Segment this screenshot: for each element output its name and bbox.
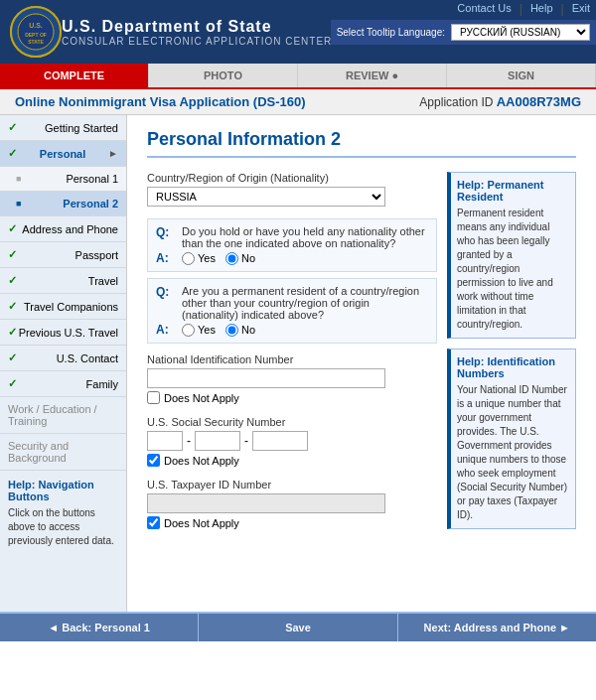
sidebar-item-travel[interactable]: Travel xyxy=(0,268,126,294)
sidebar-help-text: Click on the buttons above to access pre… xyxy=(8,506,118,548)
back-button[interactable]: Back: Personal 1 xyxy=(0,614,199,641)
q2-inner: Q: Are you a permanent resident of a cou… xyxy=(148,279,436,321)
save-button[interactable]: Save xyxy=(199,614,397,641)
sidebar: Getting Started Personal ► Personal 1 Pe… xyxy=(0,115,127,612)
q2-section: Q: Are you a permanent resident of a cou… xyxy=(147,278,437,344)
ssn-row: - - xyxy=(147,431,437,451)
sidebar-item-family[interactable]: Family xyxy=(0,371,126,397)
q2-yes-label[interactable]: Yes xyxy=(182,324,216,337)
next-button[interactable]: Next: Address and Phone xyxy=(398,614,596,641)
ssn-dna-checkbox[interactable] xyxy=(147,454,160,467)
sidebar-item-getting-started[interactable]: Getting Started xyxy=(0,115,126,141)
sidebar-item-personal[interactable]: Personal ► xyxy=(0,141,126,167)
sidebar-item-personal-1[interactable]: Personal 1 xyxy=(0,167,126,192)
sidebar-item-work: Work / Education / Training xyxy=(0,397,126,434)
taxpayer-dna-row: Does Not Apply xyxy=(147,516,437,529)
lang-label: Select Tooltip Language: xyxy=(337,27,445,38)
help-id-title: Help: Identification Numbers xyxy=(457,355,569,379)
q2-answer-row: Yes No xyxy=(182,323,428,337)
q1-yes-radio[interactable] xyxy=(182,252,195,265)
nat-id-dna-row: Does Not Apply xyxy=(147,391,437,404)
q2-no-radio[interactable] xyxy=(225,324,238,337)
nat-id-block: National Identification Number 454545454… xyxy=(147,353,437,404)
q2-label: Q: xyxy=(156,285,178,321)
sidebar-item-us-contact[interactable]: U.S. Contact xyxy=(0,346,126,371)
header: U.S. DEPT OF STATE U.S. Department of St… xyxy=(0,0,596,64)
taxpayer-label: U.S. Taxpayer ID Number xyxy=(147,479,437,490)
sidebar-item-address[interactable]: Address and Phone xyxy=(0,216,126,242)
q1-answer-row: Yes No xyxy=(182,251,428,265)
svg-text:DEPT OF: DEPT OF xyxy=(25,32,47,38)
app-id-value: AA008R73MG xyxy=(497,94,581,109)
help-id-numbers: Help: Identification Numbers Your Nation… xyxy=(447,349,576,529)
content-area: Country/Region of Origin (Nationality) R… xyxy=(147,172,576,541)
contact-us-link[interactable]: Contact Us xyxy=(457,2,511,16)
sidebar-item-travel-companions[interactable]: Travel Companions xyxy=(0,294,126,320)
taxpayer-input[interactable] xyxy=(147,493,385,513)
bottom-nav: Back: Personal 1 Save Next: Address and … xyxy=(0,612,596,641)
help-perm-text: Permanent resident means any individual … xyxy=(457,207,569,332)
tab-photo[interactable]: PHOTO xyxy=(149,64,298,87)
q1-no-radio[interactable] xyxy=(225,252,238,265)
taxpayer-dna-checkbox[interactable] xyxy=(147,516,160,529)
form-main: Country/Region of Origin (Nationality) R… xyxy=(147,172,437,541)
a2-label: A: xyxy=(156,323,178,337)
tab-review[interactable]: REVIEW ● xyxy=(298,64,447,87)
nav-tabs: COMPLETE PHOTO REVIEW ● SIGN xyxy=(0,64,596,89)
q2-no-label[interactable]: No xyxy=(225,324,255,337)
dept-seal: U.S. DEPT OF STATE xyxy=(10,6,62,58)
language-bar: Select Tooltip Language: РУССКИЙ (RUSSIA… xyxy=(331,20,596,45)
nat-id-dna-checkbox[interactable] xyxy=(147,391,160,404)
q1-section: Q: Do you hold or have you held any nati… xyxy=(147,218,437,272)
sidebar-item-passport[interactable]: Passport xyxy=(0,242,126,268)
sidebar-item-prev-us-travel[interactable]: Previous U.S. Travel xyxy=(0,320,126,346)
svg-text:U.S.: U.S. xyxy=(29,22,43,29)
nat-id-input[interactable]: 454545454545 xyxy=(147,368,385,388)
q1-inner: Q: Do you hold or have you held any nati… xyxy=(148,219,436,249)
a1-label: A: xyxy=(156,251,178,265)
app-bar: Online Nonimmigrant Visa Application (DS… xyxy=(0,89,596,115)
country-field-block: Country/Region of Origin (Nationality) R… xyxy=(147,172,437,207)
help-id-text: Your National ID Number is a unique numb… xyxy=(457,383,569,522)
q2-yes-radio[interactable] xyxy=(182,324,195,337)
help-perm-resident: Help: Permanent Resident Permanent resid… xyxy=(447,172,576,339)
q2-answer: A: Yes No xyxy=(148,321,436,343)
ssn-label: U.S. Social Security Number xyxy=(147,416,437,428)
tab-complete[interactable]: COMPLETE xyxy=(0,64,149,87)
language-select[interactable]: РУССКИЙ (RUSSIAN) xyxy=(451,24,590,41)
ssn-block: U.S. Social Security Number - - Does Not… xyxy=(147,416,437,467)
ssn-dna-row: Does Not Apply xyxy=(147,454,437,467)
q1-yes-label[interactable]: Yes xyxy=(182,252,216,265)
country-select[interactable]: RUSSIA xyxy=(147,187,385,207)
q1-no-label[interactable]: No xyxy=(225,252,255,265)
content: Personal Information 2 Country/Region of… xyxy=(127,115,596,612)
dept-name: U.S. Department of State xyxy=(62,18,332,36)
q2-text: Are you a permanent resident of a countr… xyxy=(182,285,428,321)
ssn-part3[interactable] xyxy=(252,431,308,451)
help-panel: Help: Permanent Resident Permanent resid… xyxy=(447,172,576,541)
header-text: U.S. Department of State CONSULAR ELECTR… xyxy=(62,18,332,47)
taxpayer-block: U.S. Taxpayer ID Number Does Not Apply xyxy=(147,479,437,529)
q1-answer: A: Yes No xyxy=(148,249,436,271)
sidebar-help: Help: Navigation Buttons Click on the bu… xyxy=(0,471,126,556)
taxpayer-dna-label: Does Not Apply xyxy=(164,517,239,529)
page-title: Personal Information 2 xyxy=(147,129,576,158)
tab-sign[interactable]: SIGN xyxy=(447,64,596,87)
main-layout: Getting Started Personal ► Personal 1 Pe… xyxy=(0,115,596,612)
sidebar-item-personal-2[interactable]: Personal 2 xyxy=(0,192,126,216)
q1-label: Q: xyxy=(156,225,178,249)
svg-text:STATE: STATE xyxy=(28,39,44,45)
header-right: Contact Us | Help | Exit Select Tooltip … xyxy=(331,0,596,45)
ssn-part2[interactable] xyxy=(195,431,240,451)
exit-link[interactable]: Exit xyxy=(572,2,590,16)
help-link[interactable]: Help xyxy=(530,2,553,16)
top-links: Contact Us | Help | Exit xyxy=(451,0,596,18)
dept-subtext: CONSULAR ELECTRONIC APPLICATION CENTER xyxy=(62,36,332,47)
nat-id-dna-label: Does Not Apply xyxy=(164,392,239,404)
sidebar-help-title: Help: Navigation Buttons xyxy=(8,479,118,502)
ssn-dna-label: Does Not Apply xyxy=(164,455,239,467)
q1-text: Do you hold or have you held any nationa… xyxy=(182,225,428,249)
app-id: Application ID AA008R73MG xyxy=(419,94,581,109)
app-bar-title: Online Nonimmigrant Visa Application (DS… xyxy=(15,94,306,109)
ssn-part1[interactable] xyxy=(147,431,183,451)
